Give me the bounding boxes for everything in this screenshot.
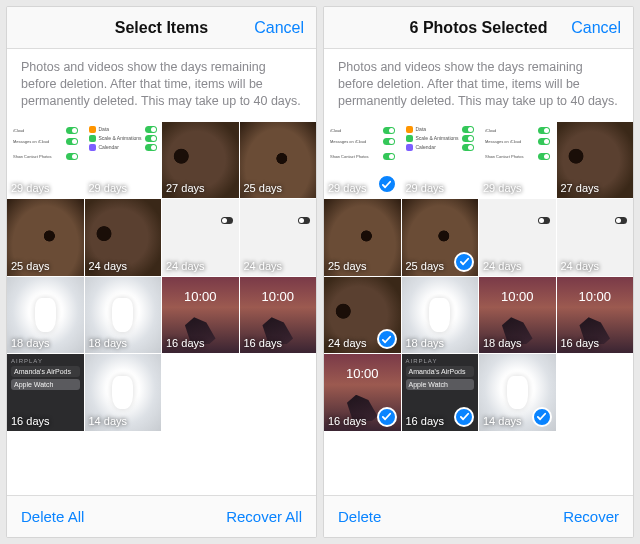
recover-button[interactable]: Recover	[563, 508, 619, 525]
photo-thumbnail[interactable]: 24 days	[162, 199, 239, 276]
days-remaining-label: 18 days	[483, 337, 522, 349]
days-remaining-label: 25 days	[244, 182, 283, 194]
selected-check-icon	[377, 407, 397, 427]
days-remaining-label: 16 days	[328, 415, 367, 427]
days-remaining-label: 27 days	[561, 182, 600, 194]
days-remaining-label: 16 days	[406, 415, 445, 427]
selected-check-icon	[454, 407, 474, 427]
days-remaining-label: 25 days	[11, 260, 50, 272]
photo-thumbnail[interactable]: 24 days	[85, 199, 162, 276]
photo-thumbnail[interactable]: 14 days	[85, 354, 162, 431]
photo-thumbnail[interactable]: 24 days	[479, 199, 556, 276]
days-remaining-label: 14 days	[483, 415, 522, 427]
photo-thumbnail[interactable]: iCloud Messages on iCloud Show Contact P…	[324, 122, 401, 199]
days-remaining-label: 24 days	[483, 260, 522, 272]
nav-title: 6 Photos Selected	[410, 19, 548, 37]
photo-thumbnail[interactable]: 10:0016 days	[240, 277, 317, 354]
photo-thumbnail[interactable]: 10:0018 days	[479, 277, 556, 354]
photo-grid-right: iCloud Messages on iCloud Show Contact P…	[324, 122, 633, 431]
selected-check-icon	[377, 329, 397, 349]
photo-thumbnail[interactable]: 25 days	[324, 199, 401, 276]
photo-thumbnail[interactable]: 25 days	[7, 199, 84, 276]
photo-thumbnail[interactable]: 10:0016 days	[162, 277, 239, 354]
empty-cell	[557, 354, 634, 431]
days-remaining-label: 29 days	[406, 182, 445, 194]
empty-cell	[240, 354, 317, 431]
days-remaining-label: 25 days	[328, 260, 367, 272]
phone-right: 6 Photos Selected Cancel Photos and vide…	[323, 6, 634, 538]
photo-thumbnail[interactable]: 27 days	[557, 122, 634, 199]
nav-title: Select Items	[115, 19, 208, 37]
photo-grid-left: iCloud Messages on iCloud Show Contact P…	[7, 122, 316, 431]
toolbar: Delete All Recover All	[7, 495, 316, 537]
phone-left: Select Items Cancel Photos and videos sh…	[6, 6, 317, 538]
photo-thumbnail[interactable]: 14 days	[479, 354, 556, 431]
days-remaining-label: 27 days	[166, 182, 205, 194]
days-remaining-label: 18 days	[11, 337, 50, 349]
photo-thumbnail[interactable]: 18 days	[402, 277, 479, 354]
photo-thumbnail[interactable]: 24 days	[240, 199, 317, 276]
days-remaining-label: 24 days	[166, 260, 205, 272]
days-remaining-label: 18 days	[89, 337, 128, 349]
photo-thumbnail[interactable]: 18 days	[7, 277, 84, 354]
selected-check-icon	[454, 252, 474, 272]
photo-thumbnail[interactable]: 25 days	[402, 199, 479, 276]
days-remaining-label: 24 days	[561, 260, 600, 272]
days-remaining-label: 16 days	[11, 415, 50, 427]
days-remaining-label: 29 days	[483, 182, 522, 194]
photo-thumbnail[interactable]: 24 days	[324, 277, 401, 354]
navbar: Select Items Cancel	[7, 7, 316, 49]
info-text: Photos and videos show the days remainin…	[324, 49, 633, 122]
delete-button[interactable]: Delete	[338, 508, 381, 525]
days-remaining-label: 29 days	[89, 182, 128, 194]
selected-check-icon	[532, 407, 552, 427]
photo-thumbnail[interactable]: Data Scale & Animations Calendar 29 days	[402, 122, 479, 199]
info-text: Photos and videos show the days remainin…	[7, 49, 316, 122]
photo-thumbnail[interactable]: 10:0016 days	[557, 277, 634, 354]
days-remaining-label: 16 days	[244, 337, 283, 349]
photo-thumbnail[interactable]: 27 days	[162, 122, 239, 199]
navbar: 6 Photos Selected Cancel	[324, 7, 633, 49]
days-remaining-label: 16 days	[561, 337, 600, 349]
days-remaining-label: 24 days	[328, 337, 367, 349]
photo-thumbnail[interactable]: 10:0016 days	[324, 354, 401, 431]
days-remaining-label: 29 days	[328, 182, 367, 194]
selected-check-icon	[377, 174, 397, 194]
photo-thumbnail[interactable]: 25 days	[240, 122, 317, 199]
recover-all-button[interactable]: Recover All	[226, 508, 302, 525]
days-remaining-label: 16 days	[166, 337, 205, 349]
delete-all-button[interactable]: Delete All	[21, 508, 84, 525]
days-remaining-label: 24 days	[89, 260, 128, 272]
days-remaining-label: 18 days	[406, 337, 445, 349]
days-remaining-label: 24 days	[244, 260, 283, 272]
photo-thumbnail[interactable]: iCloud Messages on iCloud Show Contact P…	[7, 122, 84, 199]
days-remaining-label: 14 days	[89, 415, 128, 427]
photo-thumbnail[interactable]: iCloud Messages on iCloud Show Contact P…	[479, 122, 556, 199]
days-remaining-label: 29 days	[11, 182, 50, 194]
empty-cell	[162, 354, 239, 431]
cancel-button[interactable]: Cancel	[571, 7, 621, 48]
photo-thumbnail[interactable]: 18 days	[85, 277, 162, 354]
toolbar: Delete Recover	[324, 495, 633, 537]
photo-thumbnail[interactable]: Data Scale & Animations Calendar 29 days	[85, 122, 162, 199]
days-remaining-label: 25 days	[406, 260, 445, 272]
photo-thumbnail[interactable]: AIRPLAY Amanda's AirPods Apple Watch 16 …	[402, 354, 479, 431]
photo-thumbnail[interactable]: AIRPLAY Amanda's AirPods Apple Watch 16 …	[7, 354, 84, 431]
photo-thumbnail[interactable]: 24 days	[557, 199, 634, 276]
cancel-button[interactable]: Cancel	[254, 7, 304, 48]
